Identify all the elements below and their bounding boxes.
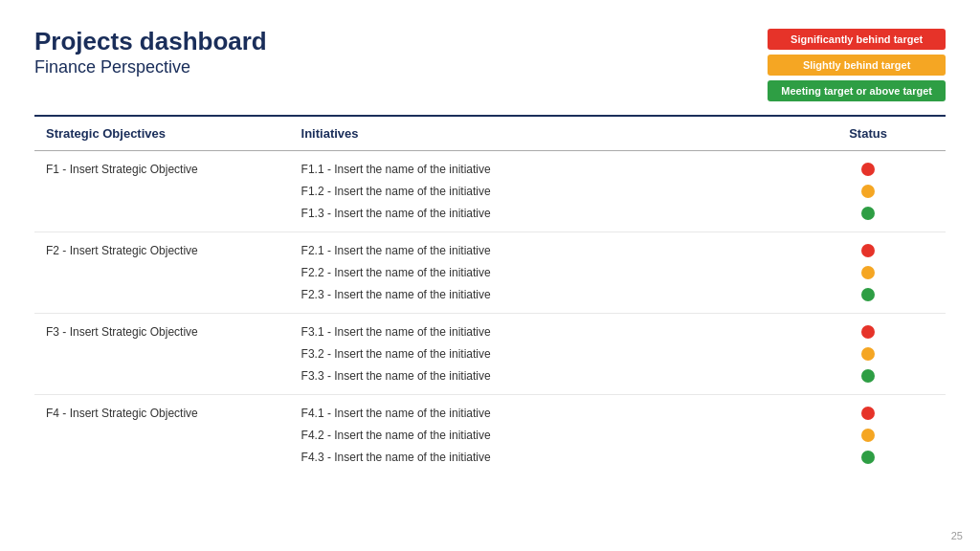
legend-yellow: Slightly behind target (768, 55, 946, 76)
objective-cell: F4 - Insert Strategic Objective (34, 395, 290, 471)
legend: Significantly behind target Slightly beh… (768, 29, 946, 101)
table-row: F2 - Insert Strategic ObjectiveF2.1 - In… (34, 232, 946, 264)
col-status: Status (791, 117, 946, 151)
col-objectives: Strategic Objectives (34, 117, 290, 151)
objective-cell: F3 - Insert Strategic Objective (34, 314, 290, 389)
status-cell (791, 182, 946, 204)
status-cell (791, 448, 946, 470)
initiative-cell: F4.3 - Insert the name of the initiative (290, 448, 791, 470)
status-dot-yellow (861, 185, 875, 198)
status-cell (791, 204, 946, 226)
main-title: Projects dashboard (34, 27, 267, 56)
status-dot-green (861, 451, 875, 464)
status-dot-yellow (861, 429, 875, 442)
status-cell (791, 285, 946, 307)
status-cell (791, 344, 946, 366)
table-row: F1 - Insert Strategic ObjectiveF1.1 - In… (34, 151, 946, 183)
initiative-cell: F2.3 - Insert the name of the initiative (290, 285, 791, 307)
page-number: 25 (951, 530, 963, 541)
table-row: F3 - Insert Strategic ObjectiveF3.1 - In… (34, 314, 946, 345)
initiative-cell: F1.1 - Insert the name of the initiative (290, 151, 791, 183)
table-row: F4 - Insert Strategic ObjectiveF4.1 - In… (34, 395, 946, 427)
initiative-cell: F3.1 - Insert the name of the initiative (290, 314, 791, 345)
initiative-cell: F3.2 - Insert the name of the initiative (290, 344, 791, 366)
status-dot-red (861, 325, 875, 339)
objective-cell: F1 - Insert Strategic Objective (34, 151, 290, 227)
projects-table: Strategic Objectives Initiatives Status … (34, 117, 946, 470)
status-dot-green (861, 288, 875, 301)
status-cell (791, 426, 946, 448)
table-header-row: Strategic Objectives Initiatives Status (34, 117, 946, 151)
col-initiatives: Initiatives (290, 117, 791, 151)
status-cell (791, 366, 946, 388)
status-dot-red (861, 163, 875, 176)
status-dot-green (861, 369, 875, 383)
header: Projects dashboard Finance Perspective S… (34, 27, 946, 101)
sub-title: Finance Perspective (34, 56, 267, 78)
legend-red: Significantly behind target (768, 29, 946, 50)
initiative-cell: F2.2 - Insert the name of the initiative (290, 263, 791, 285)
initiative-cell: F4.1 - Insert the name of the initiative (290, 395, 791, 427)
page: Projects dashboard Finance Perspective S… (0, 0, 980, 551)
status-dot-red (861, 244, 875, 257)
initiative-cell: F2.1 - Insert the name of the initiative (290, 232, 791, 264)
table-body: F1 - Insert Strategic ObjectiveF1.1 - In… (34, 151, 946, 471)
status-cell (791, 232, 946, 264)
table-container: Strategic Objectives Initiatives Status … (34, 117, 946, 470)
title-block: Projects dashboard Finance Perspective (34, 27, 267, 79)
initiative-cell: F1.3 - Insert the name of the initiative (290, 204, 791, 226)
status-dot-yellow (861, 266, 875, 279)
legend-green: Meeting target or above target (768, 80, 946, 101)
initiative-cell: F3.3 - Insert the name of the initiative (290, 366, 791, 388)
status-dot-red (861, 407, 875, 420)
initiative-cell: F1.2 - Insert the name of the initiative (290, 182, 791, 204)
objective-cell: F2 - Insert Strategic Objective (34, 232, 290, 308)
status-dot-yellow (861, 347, 875, 361)
initiative-cell: F4.2 - Insert the name of the initiative (290, 426, 791, 448)
status-cell (791, 395, 946, 427)
status-cell (791, 314, 946, 345)
status-dot-green (861, 207, 875, 220)
status-cell (791, 263, 946, 285)
status-cell (791, 151, 946, 183)
